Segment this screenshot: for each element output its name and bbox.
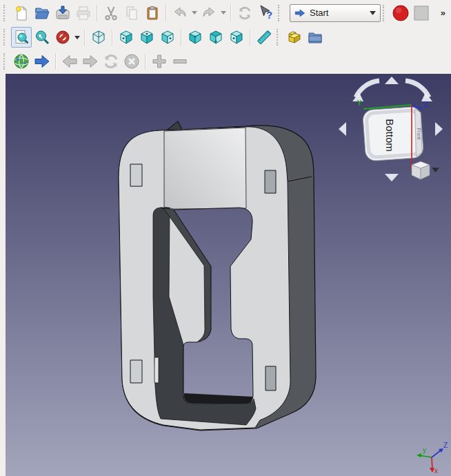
go-arrow-button[interactable]: [32, 51, 52, 72]
separator: [84, 29, 86, 46]
nav-arrow-up[interactable]: [385, 77, 399, 84]
rear-view-button[interactable]: [185, 27, 206, 48]
chevron-down-icon: [74, 36, 80, 39]
nav-cube-z-label: Z: [423, 101, 428, 108]
bottom-view-icon: [208, 29, 224, 46]
back-button[interactable]: [59, 51, 80, 72]
whats-this-icon: ?: [257, 4, 274, 22]
whats-this-button[interactable]: ?: [255, 3, 276, 23]
model-pocket-top-left: [130, 164, 142, 186]
draw-style-button[interactable]: [52, 27, 73, 48]
left-view-icon: [228, 29, 245, 46]
top-view-button[interactable]: [137, 27, 157, 48]
macro-stop-button[interactable]: [411, 3, 432, 23]
front-view-button[interactable]: [116, 27, 137, 48]
undo-icon: [172, 5, 188, 21]
3d-viewport[interactable]: Bottom Front Y Z y Z: [6, 74, 451, 476]
zoom-out-button[interactable]: [170, 51, 190, 72]
zoom-out-icon: [171, 52, 189, 70]
toolbar-drag-handle[interactable]: [277, 29, 281, 46]
refresh-button[interactable]: [234, 3, 255, 23]
reload-icon: [102, 52, 120, 70]
separator: [145, 53, 146, 70]
folder-button[interactable]: [305, 27, 325, 48]
origin-axes: y Z x: [417, 442, 448, 475]
cut-icon: [103, 5, 119, 21]
part-workbench-icon: [286, 29, 303, 46]
nav-cube-label: Bottom: [384, 119, 396, 152]
nav-arrow-left[interactable]: [339, 122, 346, 136]
stop-load-icon: [123, 52, 141, 70]
right-view-button[interactable]: [157, 27, 178, 48]
measure-distance-icon: [256, 29, 272, 46]
bottom-view-button[interactable]: [206, 27, 226, 48]
print-icon: [75, 5, 92, 21]
nav-rotate-left[interactable]: [352, 81, 379, 101]
workbench-selector-value: Start: [310, 8, 365, 18]
forward-icon: [81, 52, 99, 70]
new-file-button[interactable]: [11, 3, 32, 23]
open-folder-button[interactable]: [32, 3, 52, 23]
copy-button[interactable]: [121, 3, 142, 23]
part-workbench-button[interactable]: [284, 27, 305, 48]
workbench-selector[interactable]: Start: [290, 4, 381, 22]
measure-distance-button[interactable]: [254, 27, 274, 48]
zoom-in-icon: [150, 52, 168, 70]
separator: [112, 29, 113, 46]
redo-dropdown-button[interactable]: [219, 3, 228, 23]
refresh-icon: [237, 5, 253, 21]
toolbar-drag-handle[interactable]: [278, 5, 282, 21]
undo-button[interactable]: [170, 3, 190, 23]
draw-style-icon: [54, 29, 71, 46]
redo-icon: [201, 5, 217, 21]
axonometric-view-icon: [90, 29, 107, 46]
undo-dropdown-button[interactable]: [190, 3, 199, 23]
model-center-face: [164, 128, 246, 209]
fit-all-button[interactable]: [11, 27, 32, 48]
zoom-in-button[interactable]: [149, 51, 170, 72]
nav-rotate-right[interactable]: [405, 81, 432, 101]
cut-button[interactable]: [101, 3, 121, 23]
new-file-icon: [13, 5, 30, 21]
fit-selection-button[interactable]: [32, 27, 52, 48]
toolbar-drag-handle[interactable]: [3, 5, 8, 21]
nav-arrow-down[interactable]: [385, 174, 399, 181]
toolbar-drag-handle[interactable]: [383, 5, 387, 21]
navigation-cube[interactable]: Bottom Front Y Z: [339, 77, 443, 181]
fit-all-icon: [13, 29, 30, 46]
web-globe-icon: [12, 52, 30, 70]
reload-button[interactable]: [101, 51, 121, 72]
go-arrow-icon: [33, 52, 51, 70]
nav-arrow-right[interactable]: [435, 122, 443, 136]
chevron-down-icon: [192, 11, 197, 14]
macro-record-button[interactable]: [390, 3, 411, 23]
right-view-icon: [159, 29, 176, 46]
save-button[interactable]: [52, 3, 73, 23]
back-icon: [61, 52, 79, 70]
toolbar-web: [0, 49, 451, 74]
model-top-tab: [168, 121, 182, 130]
axonometric-view-button[interactable]: [88, 27, 109, 48]
print-button[interactable]: [73, 3, 94, 23]
draw-style-dropdown-button[interactable]: [73, 27, 81, 48]
toolbar-drag-handle[interactable]: [3, 29, 8, 46]
separator: [97, 5, 98, 21]
nav-cube-y-label: Y: [357, 99, 362, 107]
nav-menu-chevron-icon[interactable]: [432, 168, 439, 172]
origin-z-label: Z: [443, 442, 448, 449]
fit-selection-icon: [34, 29, 50, 46]
toolbar-overflow-button[interactable]: »: [439, 8, 450, 18]
model-pocket-top-right: [265, 170, 276, 193]
nav-mini-cube[interactable]: [412, 161, 430, 179]
redo-button[interactable]: [199, 3, 219, 23]
toolbar-drag-handle[interactable]: [3, 53, 8, 70]
left-view-button[interactable]: [226, 27, 247, 48]
model-slot: [154, 357, 159, 383]
chevron-down-icon: [370, 11, 376, 15]
forward-button[interactable]: [80, 51, 101, 72]
model-gray-bracket[interactable]: [119, 121, 316, 430]
stop-load-button[interactable]: [121, 51, 142, 72]
web-globe-button[interactable]: [11, 51, 32, 72]
svg-text:?: ?: [266, 9, 272, 21]
paste-button[interactable]: [142, 3, 163, 23]
